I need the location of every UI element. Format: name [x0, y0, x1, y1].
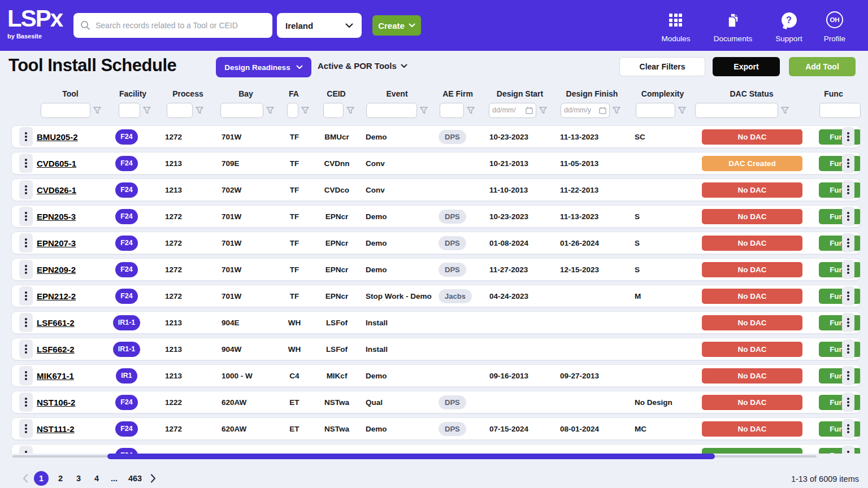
filter-menu-design-start[interactable]: [539, 107, 547, 114]
filter-menu-dac-status[interactable]: [781, 107, 789, 114]
page-button-1[interactable]: 1: [34, 471, 49, 486]
facility-badge: F24: [115, 156, 138, 171]
row-menu-right-button[interactable]: [842, 233, 854, 252]
page-button-463[interactable]: 463: [125, 474, 145, 483]
row-menu-button[interactable]: [19, 260, 33, 279]
filter-input-funding[interactable]: [823, 106, 857, 115]
row-menu-button[interactable]: [19, 446, 33, 454]
row-menu-right-button[interactable]: [842, 339, 854, 359]
filter-menu-complexity[interactable]: [678, 107, 686, 114]
filter-menu-design-finish[interactable]: [613, 107, 620, 114]
row-menu-right-button[interactable]: [842, 446, 854, 454]
event-cell: Conv: [362, 159, 433, 168]
row-menu-button[interactable]: [19, 419, 33, 438]
tool-link[interactable]: NST106-2: [37, 398, 75, 407]
filter-menu-fa[interactable]: [301, 107, 309, 114]
tool-link[interactable]: EPN205-3: [37, 212, 76, 221]
nav-profile[interactable]: OH Profile: [811, 11, 858, 43]
filter-menu-process[interactable]: [196, 107, 203, 114]
fa-cell: TF: [277, 265, 311, 274]
tool-link[interactable]: EPN207-3: [37, 238, 76, 248]
row-menu-right-button[interactable]: [842, 366, 854, 385]
tool-link[interactable]: LSF662-2: [37, 345, 75, 354]
event-cell: Demo: [362, 133, 433, 141]
filter-date-design-start[interactable]: dd/mm/: [489, 103, 536, 118]
row-menu-button[interactable]: [19, 233, 33, 252]
tool-link[interactable]: EPN212-2: [37, 291, 76, 301]
search-input[interactable]: [96, 21, 266, 30]
funnel-icon: [781, 107, 789, 114]
row-menu-button[interactable]: [19, 366, 33, 385]
nav-support[interactable]: ? Support: [765, 11, 813, 43]
filter-input-tool[interactable]: [44, 106, 87, 115]
page-button-2[interactable]: 2: [54, 474, 67, 483]
tool-link[interactable]: CVD626-1: [37, 185, 76, 195]
row-menu-button[interactable]: [19, 207, 33, 226]
nav-documents[interactable]: Documents: [709, 11, 757, 43]
tool-link[interactable]: MIK671-1: [37, 371, 74, 381]
create-button[interactable]: Create: [372, 15, 421, 36]
row-menu-button[interactable]: [19, 127, 33, 146]
filter-input-complexity[interactable]: [639, 106, 672, 115]
app-logo[interactable]: LSPx by Basesite: [7, 5, 62, 40]
filter-input-process[interactable]: [170, 106, 189, 115]
filter-input-fa[interactable]: [290, 106, 295, 115]
tool-link[interactable]: BMU205-2: [37, 132, 78, 142]
tool-link[interactable]: EPN209-2: [37, 265, 76, 274]
page-button-3[interactable]: 3: [72, 474, 85, 483]
tool-link[interactable]: LSF661-2: [37, 318, 75, 328]
row-menu-button[interactable]: [19, 286, 33, 306]
row-menu-right-button[interactable]: [842, 180, 854, 199]
row-menu-button[interactable]: [19, 180, 33, 199]
table-row: NST111-2 F24 1272 620AW ET NSTwa Demo DP…: [11, 417, 861, 440]
filter-menu-ceid[interactable]: [346, 107, 354, 114]
export-button[interactable]: Export: [713, 57, 780, 76]
filter-input-ceid[interactable]: [327, 106, 340, 115]
filter-menu-bay[interactable]: [266, 107, 274, 114]
column-header-tool: Tool: [36, 89, 105, 98]
row-menu-right-button[interactable]: [842, 286, 854, 306]
horizontal-scrollbar-thumb[interactable]: [107, 454, 715, 459]
row-menu-button[interactable]: [19, 339, 33, 359]
row-menu-right-button[interactable]: [842, 419, 854, 438]
row-menu-right-button[interactable]: [842, 127, 854, 146]
filter-menu-tool[interactable]: [93, 107, 101, 114]
row-menu-button[interactable]: [19, 393, 33, 412]
design-readiness-dropdown[interactable]: Design Readiness: [216, 57, 311, 77]
kebab-icon: [847, 189, 849, 191]
row-menu-right-button[interactable]: [842, 393, 854, 412]
filter-input-dac-status[interactable]: [698, 106, 775, 115]
row-menu-button[interactable]: [19, 313, 33, 332]
filter-menu-facility[interactable]: [143, 107, 151, 114]
filter-input-facility[interactable]: [122, 106, 137, 115]
filter-menu-ae-firm[interactable]: [467, 107, 475, 114]
process-cell: 1213: [162, 159, 215, 168]
row-menu-right-button[interactable]: [842, 154, 854, 173]
filter-input-event[interactable]: [370, 106, 414, 115]
tool-scope-dropdown[interactable]: Active & POR Tools: [318, 61, 407, 71]
page-button-4[interactable]: 4: [90, 474, 103, 483]
filter-input-ae-firm[interactable]: [443, 106, 461, 115]
filter-menu-event[interactable]: [420, 107, 428, 114]
row-menu-button[interactable]: [19, 154, 33, 173]
kebab-icon: [847, 401, 849, 403]
nav-modules[interactable]: Modules: [652, 11, 700, 43]
add-tool-button[interactable]: Add Tool: [789, 57, 856, 76]
next-page-button[interactable]: [150, 474, 156, 483]
facility-badge: IR1-1: [113, 342, 141, 357]
row-menu-right-button[interactable]: [842, 313, 854, 332]
filter-input-bay[interactable]: [224, 106, 260, 115]
facility-badge: F24: [115, 209, 138, 224]
filter-date-design-finish[interactable]: dd/mm/y: [561, 103, 610, 118]
table-row: EPN205-3 F24 1272 701W TF EPNcr Demo DPS…: [11, 205, 861, 228]
column-header-complexity: Complexity: [627, 89, 698, 98]
region-dropdown[interactable]: Ireland: [277, 13, 362, 38]
tool-link[interactable]: NST111-2: [37, 424, 75, 434]
tool-link[interactable]: CVD605-1: [37, 159, 76, 168]
prev-page-button[interactable]: [23, 474, 28, 483]
row-menu-right-button[interactable]: [842, 260, 854, 279]
ceid-cell: CVDnn: [311, 159, 362, 168]
clear-filters-button[interactable]: Clear Filters: [619, 57, 705, 76]
design-start-cell: 11-10-2013: [484, 186, 557, 194]
row-menu-right-button[interactable]: [842, 207, 854, 226]
